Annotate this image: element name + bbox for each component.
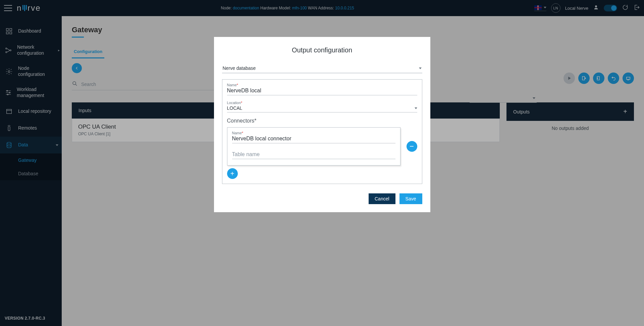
location-value: LOCAL <box>227 105 243 111</box>
connector-name-label: Name* <box>232 131 395 135</box>
output-type-value: Nerve database <box>223 65 256 71</box>
location-label: Location* <box>227 101 417 105</box>
cancel-button[interactable]: Cancel <box>369 193 395 204</box>
modal-overlay: Output configuration Nerve database Name… <box>0 0 644 326</box>
name-label: Name* <box>227 83 417 87</box>
location-select[interactable]: LOCAL <box>227 105 417 112</box>
connector-card: Name* <box>227 127 400 166</box>
dialog-title: Output configuration <box>222 46 422 54</box>
output-config-dialog: Output configuration Nerve database Name… <box>214 37 430 212</box>
output-name-input[interactable] <box>227 87 417 95</box>
save-button[interactable]: Save <box>399 193 422 204</box>
connector-table-input[interactable] <box>232 151 395 159</box>
output-type-select[interactable]: Nerve database <box>222 63 422 73</box>
connector-name-input[interactable] <box>232 135 395 143</box>
add-connector-button[interactable]: + <box>227 168 238 179</box>
connectors-label: Connectors* <box>227 118 417 124</box>
output-main-box: Name* Location* LOCAL Connectors* Name* <box>222 79 422 184</box>
chevron-down-icon <box>419 67 422 69</box>
remove-connector-button[interactable]: − <box>407 141 417 152</box>
chevron-down-icon <box>415 107 417 109</box>
